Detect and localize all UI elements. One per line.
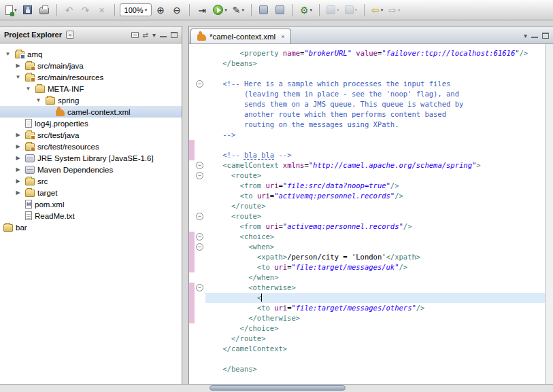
editor-maximize-icon[interactable]	[542, 33, 549, 39]
change-bar	[189, 293, 195, 303]
code-line-32[interactable]: </beans>	[205, 364, 545, 374]
expand-arrow-icon[interactable]: ▶	[14, 63, 22, 69]
code-line-31[interactable]	[205, 354, 545, 364]
explorer-maximize-icon[interactable]	[171, 32, 178, 38]
code-line-2[interactable]: </beans>	[205, 58, 545, 69]
sash[interactable]	[183, 26, 188, 384]
fold-collapse-icon[interactable]: −	[196, 162, 203, 169]
tree-item-readme-txt[interactable]: ReadMe.txt	[0, 210, 182, 221]
fold-collapse-icon[interactable]: −	[196, 172, 203, 179]
tree-item-log4j-properties[interactable]: log4j.properties	[0, 118, 182, 129]
code-line-29[interactable]: </route>	[205, 334, 545, 344]
tree-item-target[interactable]: ▶target	[0, 187, 182, 198]
horizontal-scrollbar-thumb[interactable]	[210, 385, 346, 391]
project-explorer-view: Project Explorer × ⇄ ▾ ▼amq▶src/main/jav…	[0, 26, 182, 384]
code-line-12[interactable]: <camelContext xmlns="http://camel.apache…	[205, 160, 545, 171]
code-line-11[interactable]: <!-- bla bla -->	[205, 150, 545, 160]
code-line-25[interactable]: <	[205, 293, 545, 303]
new-button[interactable]: ▾	[3, 2, 19, 18]
tree-item-amq[interactable]: ▼amq	[0, 48, 182, 60]
annotate-button[interactable]: ✎▾	[231, 2, 246, 18]
code-line-14[interactable]: <from uri="file:src/data?noop=true"/>	[205, 181, 545, 191]
run-button[interactable]: ▾	[211, 2, 229, 18]
code-line-8[interactable]: routing on the messages using XPath.	[205, 120, 545, 130]
fold-row	[195, 109, 205, 120]
tree-item-maven-dependencies[interactable]: ▶Maven Dependencies	[0, 164, 182, 175]
link-with-editor-icon[interactable]: ⇄	[143, 31, 148, 39]
code-line-4[interactable]: <!-- Here is a sample which processes th…	[205, 79, 545, 89]
code-line-22[interactable]: <to uri="file:target/messages/uk"/>	[205, 262, 545, 272]
editor-tab[interactable]: *camel-context.xml ×	[190, 29, 291, 43]
code-line-1[interactable]: <property name="brokerURL" value="failov…	[205, 48, 545, 58]
expand-arrow-icon[interactable]: ▶	[14, 155, 22, 161]
collapse-arrow-icon[interactable]: ▼	[24, 86, 33, 92]
code-line-19[interactable]: <choice>	[205, 232, 545, 242]
code-area[interactable]: <property name="brokerURL" value="failov…	[205, 44, 545, 384]
view-close-icon[interactable]: ×	[66, 31, 74, 39]
tree-item-src-main-resources[interactable]: ▼src/main/resources	[0, 71, 182, 83]
fold-collapse-icon[interactable]: −	[196, 233, 203, 240]
tree-item-src-test-java[interactable]: ▶src/test/java	[0, 129, 182, 141]
external-tools-button[interactable]: ⚙▾	[298, 2, 314, 18]
code-line-20[interactable]: <when>	[205, 242, 545, 252]
code-line-24[interactable]: <otherwise>	[205, 283, 545, 293]
back-button[interactable]: ⇦▾	[369, 2, 385, 18]
save-button[interactable]	[20, 2, 35, 18]
code-line-28[interactable]: </choice>	[205, 323, 545, 334]
sync-button[interactable]	[273, 2, 288, 18]
tree-item-src-test-resources[interactable]: ▶src/test/resources	[0, 141, 182, 152]
code-line-27[interactable]: </otherwise>	[205, 313, 545, 323]
code-line-6[interactable]: sends them on a JMS queue. This queue is…	[205, 99, 545, 109]
fold-collapse-icon[interactable]: −	[196, 213, 203, 220]
tree-item-camel-context-xml[interactable]: camel-context.xml	[0, 106, 182, 118]
fold-row	[195, 303, 205, 313]
code-line-30[interactable]: </camelContext>	[205, 344, 545, 354]
tree-item-src-main-java[interactable]: ▶src/main/java	[0, 60, 182, 71]
search-button[interactable]	[256, 2, 271, 18]
code-line-16[interactable]: </route>	[205, 201, 545, 211]
tab-close-icon[interactable]: ×	[281, 33, 284, 40]
code-line-7[interactable]: another route which then performs conten…	[205, 109, 545, 120]
code-line-26[interactable]: <to uri="file:target/messages/others"/>	[205, 303, 545, 313]
tree-item-bar[interactable]: bar	[0, 221, 182, 233]
expand-arrow-icon[interactable]: ▶	[14, 166, 22, 173]
view-menu-icon[interactable]: ▾	[152, 31, 156, 39]
code-line-21[interactable]: <xpath>/person/city = 'London'</xpath>	[205, 252, 545, 262]
editor-view-menu-icon[interactable]: ▾	[524, 32, 527, 39]
collapse-arrow-icon[interactable]: ▼	[14, 74, 22, 80]
external-tools-icon: ⚙	[300, 5, 309, 16]
fold-collapse-icon[interactable]: −	[196, 80, 203, 88]
code-line-5[interactable]: (leaving them in place - see the 'noop' …	[205, 89, 545, 99]
code-line-13[interactable]: <route>	[205, 171, 545, 181]
expand-arrow-icon[interactable]: ▶	[14, 178, 22, 184]
code-line-23[interactable]: </when>	[205, 272, 545, 283]
print-button[interactable]	[37, 2, 52, 18]
fold-collapse-icon[interactable]: −	[196, 284, 203, 291]
tree-item-jre-system-library-javase-1-6[interactable]: ▶JRE System Library [JavaSE-1.6]	[0, 152, 182, 164]
editor-minimize-icon[interactable]	[531, 33, 538, 38]
fold-collapse-icon[interactable]: −	[196, 243, 203, 251]
collapse-arrow-icon[interactable]: ▼	[34, 97, 43, 103]
code-line-18[interactable]: <from uri="activemq:personnel.records"/>	[205, 221, 545, 232]
tree-item-pom-xml[interactable]: pom.xml	[0, 198, 182, 210]
code-line-9[interactable]: -->	[205, 130, 545, 140]
expand-arrow-icon[interactable]: ▶	[14, 143, 22, 149]
explorer-minimize-icon[interactable]	[160, 33, 167, 37]
ruler-row	[189, 272, 195, 283]
tree-item-meta-inf[interactable]: ▼META-INF	[0, 83, 182, 94]
last-edit-location-button[interactable]: ⇥	[195, 2, 210, 18]
zoom-level-combo[interactable]: 100%▾	[120, 3, 152, 16]
code-line-15[interactable]: <to uri="activemq:personnel.records"/>	[205, 191, 545, 201]
ruler-row	[189, 354, 195, 364]
expand-arrow-icon[interactable]: ▶	[14, 190, 22, 196]
zoom-in-button[interactable]: ⊕	[153, 2, 168, 18]
code-line-17[interactable]: <route>	[205, 211, 545, 221]
code-line-10[interactable]	[205, 140, 545, 150]
tree-item-spring[interactable]: ▼spring	[0, 94, 182, 106]
tree-item-src[interactable]: ▶src	[0, 175, 182, 187]
zoom-out-button[interactable]: ⊖	[169, 2, 184, 18]
collapse-all-icon[interactable]	[131, 32, 139, 38]
code-line-3[interactable]	[205, 69, 545, 79]
expand-arrow-icon[interactable]: ▶	[14, 132, 22, 138]
collapse-arrow-icon[interactable]: ▼	[3, 51, 12, 57]
